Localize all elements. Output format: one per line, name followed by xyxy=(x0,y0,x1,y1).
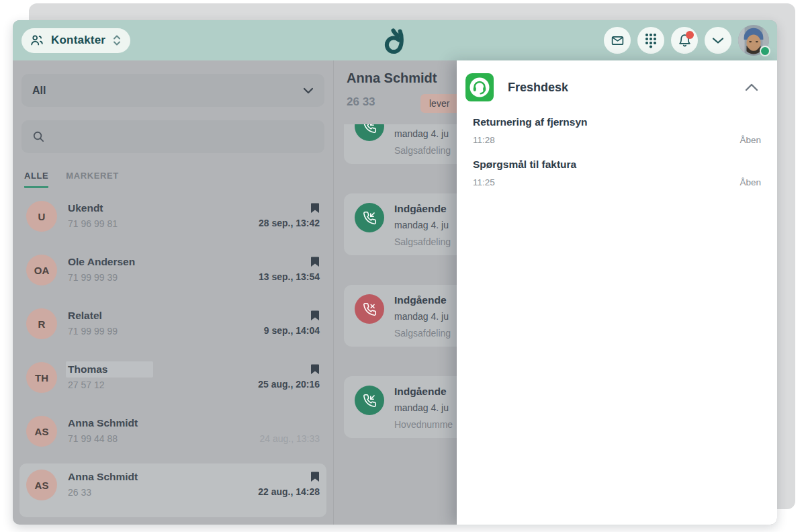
search-icon xyxy=(32,130,45,143)
call-department: Hovednumme xyxy=(394,419,453,430)
call-department: Salgsafdeling xyxy=(394,328,451,339)
contacts-nav-dropdown[interactable]: Kontakter xyxy=(21,28,130,53)
missed-call-icon xyxy=(355,294,384,324)
chevron-updown-icon xyxy=(112,34,122,46)
contacts-icon xyxy=(30,33,44,48)
mail-icon xyxy=(611,34,625,48)
topbar: Kontakter xyxy=(13,20,777,60)
contact-row[interactable]: R Relatel 71 99 99 99 9 sep., 14:04 xyxy=(19,302,326,356)
contact-row[interactable]: U Ukendt 71 96 99 81 28 sep., 13:42 xyxy=(19,195,326,249)
notifications-button[interactable] xyxy=(671,27,698,54)
bookmark-icon[interactable] xyxy=(310,256,320,267)
bookmark-icon[interactable] xyxy=(310,310,320,321)
contact-phone: 71 99 44 88 xyxy=(68,433,259,444)
notification-badge xyxy=(686,31,694,39)
bookmark-icon[interactable] xyxy=(310,363,320,375)
call-type: Indgående xyxy=(394,203,451,215)
nav-label: Kontakter xyxy=(51,34,105,47)
contact-name: Anna Schmidt xyxy=(68,470,258,484)
avatar: R xyxy=(26,308,57,339)
last-call-date: 28 sep., 13:42 xyxy=(259,218,320,228)
contact-name: Ole Andersen xyxy=(68,255,259,269)
detail-phone: 26 33 xyxy=(347,95,375,108)
contact-name: Ukendt xyxy=(68,201,259,216)
freshdesk-logo-icon xyxy=(464,72,495,103)
dialpad-icon xyxy=(643,32,658,48)
last-call-date: 25 aug., 20:16 xyxy=(258,379,320,390)
call-date: mandag 4. ju xyxy=(394,220,451,230)
call-type: Indgående xyxy=(394,386,453,398)
ticket-time: 11:25 xyxy=(473,177,495,187)
collapse-panel-button[interactable] xyxy=(742,81,761,94)
freshdesk-header: Freshdesk xyxy=(464,72,761,103)
contact-phone: 27 57 12 xyxy=(68,380,258,390)
call-department: Salgsafdeling xyxy=(394,236,451,247)
online-status-dot xyxy=(760,46,770,56)
contact-row[interactable]: OA Ole Andersen 71 99 99 39 13 sep., 13:… xyxy=(19,249,326,302)
contact-name: Anna Schmidt xyxy=(68,416,259,431)
avatar: AS xyxy=(26,470,57,500)
ticket-row[interactable]: Returnering af fjernsyn 11:28 Åben xyxy=(473,116,761,145)
last-call-date: 22 aug., 14:28 xyxy=(258,486,320,497)
chevron-down-icon xyxy=(303,87,314,94)
ticket-row[interactable]: Spørgsmål til faktura 11:25 Åben xyxy=(473,159,761,187)
freshdesk-title: Freshdesk xyxy=(508,81,742,95)
incoming-call-icon xyxy=(355,203,384,232)
chevron-down-icon xyxy=(712,37,724,44)
app-body: All ALLE xyxy=(13,60,777,525)
contact-list: U Ukendt 71 96 99 81 28 sep., 13:42 xyxy=(13,195,333,517)
freshdesk-panel: Freshdesk Returnering af fjernsyn 11 xyxy=(457,60,777,525)
tab-markeret[interactable]: MARKERET xyxy=(66,171,118,188)
avatar: OA xyxy=(26,255,57,285)
contact-row[interactable]: TH Thomas 27 57 12 25 aug., 20:16 xyxy=(19,356,326,410)
call-date: mandag 4. ju xyxy=(394,128,451,139)
ticket-title: Spørgsmål til faktura xyxy=(473,159,761,171)
contact-phone: 71 96 99 81 xyxy=(68,218,259,229)
tab-alle[interactable]: ALLE xyxy=(24,171,48,188)
avatar: AS xyxy=(26,416,57,447)
bookmark-icon[interactable] xyxy=(310,202,320,214)
bookmark-icon[interactable] xyxy=(310,471,320,482)
call-type: Indgående xyxy=(394,294,451,306)
call-date: mandag 4. ju xyxy=(394,402,453,413)
contact-row-selected[interactable]: AS Anna Schmidt 26 33 22 aug., 14:28 xyxy=(19,463,326,517)
topbar-actions xyxy=(604,20,769,60)
dialpad-button[interactable] xyxy=(637,27,664,54)
last-call-date: 9 sep., 14:04 xyxy=(264,325,320,336)
filter-select[interactable]: All xyxy=(21,74,324,107)
chevron-up-icon xyxy=(745,83,758,91)
brand-logo xyxy=(382,26,408,54)
ticket-title: Returnering af fjernsyn xyxy=(473,116,761,128)
screen: Kontakter xyxy=(0,0,806,532)
last-call-date: 24 aug., 13:33 xyxy=(259,433,320,444)
more-dropdown-button[interactable] xyxy=(705,27,731,54)
last-call-date: 13 sep., 13:54 xyxy=(259,271,320,282)
contact-phone: 71 99 99 39 xyxy=(68,272,259,283)
contact-tabs: ALLE MARKERET xyxy=(24,171,324,188)
contact-phone: 71 99 99 99 xyxy=(68,326,264,337)
incoming-call-icon xyxy=(355,386,384,415)
avatar: U xyxy=(26,201,57,232)
freshdesk-tickets: Returnering af fjernsyn 11:28 Åben Spørg… xyxy=(473,116,761,187)
user-avatar[interactable] xyxy=(738,25,769,56)
ticket-status: Åben xyxy=(740,177,761,187)
contact-phone: 26 33 xyxy=(68,487,258,498)
call-department: Salgsafdeling xyxy=(394,145,451,156)
search-field[interactable] xyxy=(21,120,324,153)
ticket-status: Åben xyxy=(740,135,761,145)
mail-button[interactable] xyxy=(604,27,631,54)
contact-row[interactable]: AS Anna Schmidt 71 99 44 88 24 aug., 13:… xyxy=(19,410,326,463)
contact-name: Relatel xyxy=(68,308,264,323)
filter-value: All xyxy=(32,85,46,97)
app-window: Kontakter xyxy=(13,20,777,525)
call-date: mandag 4. ju xyxy=(394,311,451,322)
contact-name: Thomas xyxy=(66,361,153,378)
contacts-sidebar: All ALLE xyxy=(13,60,334,525)
ticket-time: 11:28 xyxy=(473,135,495,145)
avatar: TH xyxy=(26,362,57,393)
